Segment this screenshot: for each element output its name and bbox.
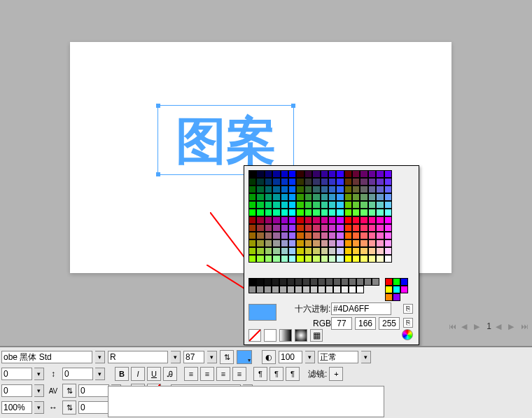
palette-swatch[interactable] [384,209,392,216]
palette-swatch[interactable] [312,170,320,178]
gray-swatch[interactable] [333,286,341,293]
palette-swatch[interactable] [336,209,344,216]
palette-swatch[interactable] [321,239,328,247]
palette-swatch[interactable] [344,224,352,232]
palette-swatch[interactable] [352,201,360,209]
blend-mode-dropdown[interactable]: ▾ [361,351,371,363]
palette-swatch[interactable] [360,186,368,193]
gray-swatch[interactable] [279,278,287,286]
last-frame-button[interactable]: ▶ [508,322,517,330]
italic-button[interactable]: I [131,367,145,381]
palette-swatch[interactable] [256,224,264,232]
palette-swatch[interactable] [360,170,368,178]
font-style-select[interactable] [108,351,168,363]
rgb-g-input[interactable] [355,317,376,330]
align-right-button[interactable]: ≡ [216,367,230,381]
palette-swatch[interactable] [281,209,288,216]
palette-swatch[interactable] [296,247,304,255]
gray-swatch[interactable] [318,286,326,293]
color-wheel-button[interactable] [402,329,413,340]
palette-swatch[interactable] [376,186,384,193]
palette-swatch[interactable] [272,170,280,178]
palette-swatch[interactable] [360,209,368,216]
gray-swatch[interactable] [256,278,264,286]
gray-swatch[interactable] [364,278,372,286]
palette-swatch[interactable] [328,247,336,255]
handle-top-right[interactable] [291,104,295,108]
palette-swatch[interactable] [360,239,368,247]
palette-swatch[interactable] [328,216,336,224]
palette-swatch[interactable] [296,170,304,178]
align-left-button[interactable]: ≡ [184,367,198,381]
palette-swatch[interactable] [265,224,272,232]
handle-top-left[interactable] [156,104,160,108]
palette-swatch[interactable] [281,201,288,209]
palette-swatch[interactable] [304,232,312,239]
para-format-1-button[interactable]: ¶ [253,367,267,381]
palette-swatch[interactable] [360,255,368,263]
gray-swatch[interactable] [356,286,364,293]
palette-swatch[interactable] [376,193,384,201]
palette-swatch[interactable] [288,193,296,201]
palette-swatch[interactable] [352,216,360,224]
palette-swatch[interactable] [321,209,328,216]
gray-palette[interactable] [248,278,385,293]
palette-swatch[interactable] [352,247,360,255]
neon-swatch[interactable] [400,286,408,293]
palette-swatch[interactable] [248,209,256,216]
gray-swatch[interactable] [326,286,333,293]
av-input[interactable] [1,384,32,397]
palette-swatch[interactable] [288,216,296,224]
palette-swatch[interactable] [344,170,352,178]
scale-stepper[interactable]: ⇅ [62,400,76,414]
palette-swatch[interactable] [336,232,344,239]
palette-swatch[interactable] [272,201,280,209]
palette-swatch[interactable] [328,224,336,232]
palette-swatch[interactable] [281,193,288,201]
first-frame-button[interactable]: ⏮ [449,322,457,330]
palette-swatch[interactable] [312,255,320,263]
palette-swatch[interactable] [368,216,376,224]
palette-swatch[interactable] [352,224,360,232]
palette-swatch[interactable] [248,232,256,239]
palette-swatch[interactable] [248,247,256,255]
palette-swatch[interactable] [296,255,304,263]
x-input[interactable] [1,368,32,380]
gray-swatch[interactable] [256,286,264,293]
palette-swatch[interactable] [288,247,296,255]
palette-swatch[interactable] [288,224,296,232]
palette-swatch[interactable] [265,247,272,255]
palette-swatch[interactable] [328,232,336,239]
palette-swatch[interactable] [352,239,360,247]
gray-swatch[interactable] [341,278,349,286]
palette-swatch[interactable] [328,193,336,201]
palette-swatch[interactable] [272,178,280,186]
palette-swatch[interactable] [312,186,320,193]
palette-swatch[interactable] [336,255,344,263]
palette-swatch[interactable] [296,209,304,216]
palette-swatch[interactable] [265,193,272,201]
neon-swatch[interactable] [393,286,400,293]
palette-swatch[interactable] [272,232,280,239]
gray-swatch[interactable] [326,278,333,286]
palette-swatch[interactable] [304,247,312,255]
palette-swatch[interactable] [360,247,368,255]
palette-swatch[interactable] [256,247,264,255]
palette-swatch[interactable] [336,201,344,209]
rgb-b-input[interactable] [379,317,400,330]
x-dropdown[interactable]: ▾ [34,368,44,380]
palette-swatch[interactable] [328,239,336,247]
palette-swatch[interactable] [328,178,336,186]
palette-swatch[interactable] [321,186,328,193]
palette-swatch[interactable] [265,255,272,263]
palette-swatch[interactable] [272,186,280,193]
palette-swatch[interactable] [384,232,392,239]
palette-swatch[interactable] [256,186,264,193]
gray-swatch[interactable] [349,286,356,293]
gray-swatch[interactable] [310,278,318,286]
palette-swatch[interactable] [256,232,264,239]
palette-swatch[interactable] [296,232,304,239]
palette-swatch[interactable] [248,216,256,224]
palette-swatch[interactable] [312,232,320,239]
palette-swatch[interactable] [360,193,368,201]
